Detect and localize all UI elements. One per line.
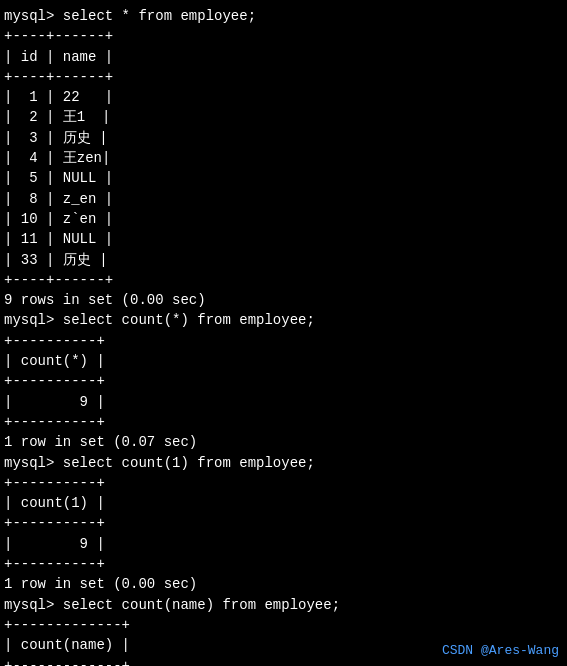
terminal-line: | 33 | 历史 |: [4, 250, 563, 270]
watermark: CSDN @Ares-Wang: [442, 643, 559, 658]
terminal-line: | 10 | z`en |: [4, 209, 563, 229]
terminal-line: +-------------+: [4, 615, 563, 635]
terminal-line: +----+------+: [4, 270, 563, 290]
terminal-line: mysql> select count(name) from employee;: [4, 595, 563, 615]
terminal-line: +----------+: [4, 412, 563, 432]
terminal-output: mysql> select * from employee;+----+----…: [4, 6, 563, 666]
terminal-line: | count(1) |: [4, 493, 563, 513]
terminal-line: +----------+: [4, 371, 563, 391]
terminal-line: +----+------+: [4, 67, 563, 87]
terminal-line: mysql> select count(*) from employee;: [4, 310, 563, 330]
terminal-line: | id | name |: [4, 47, 563, 67]
terminal-line: 9 rows in set (0.00 sec): [4, 290, 563, 310]
terminal-line: | 8 | z_en |: [4, 189, 563, 209]
terminal-window: mysql> select * from employee;+----+----…: [0, 0, 567, 666]
terminal-line: +----------+: [4, 331, 563, 351]
terminal-line: | 3 | 历史 |: [4, 128, 563, 148]
terminal-line: +----------+: [4, 473, 563, 493]
terminal-line: | count(*) |: [4, 351, 563, 371]
terminal-line: +----------+: [4, 513, 563, 533]
terminal-line: | 9 |: [4, 534, 563, 554]
terminal-line: +----------+: [4, 554, 563, 574]
terminal-line: mysql> select count(1) from employee;: [4, 453, 563, 473]
terminal-line: mysql> select * from employee;: [4, 6, 563, 26]
terminal-line: | 2 | 王1 |: [4, 107, 563, 127]
terminal-line: | 5 | NULL |: [4, 168, 563, 188]
terminal-line: 1 row in set (0.00 sec): [4, 574, 563, 594]
terminal-line: | 11 | NULL |: [4, 229, 563, 249]
terminal-line: | 1 | 22 |: [4, 87, 563, 107]
terminal-line: | 4 | 王zen|: [4, 148, 563, 168]
terminal-line: | 9 |: [4, 392, 563, 412]
terminal-line: 1 row in set (0.07 sec): [4, 432, 563, 452]
terminal-line: +----+------+: [4, 26, 563, 46]
